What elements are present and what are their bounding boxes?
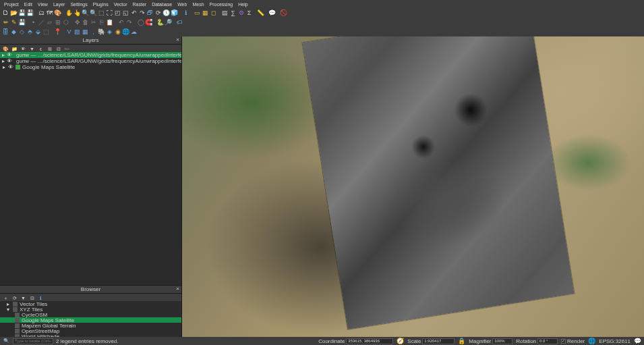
deselect-icon[interactable]: ◻ (210, 9, 217, 17)
crs-icon[interactable]: 🌐 (588, 338, 595, 345)
save-as-icon[interactable]: 💾 (26, 9, 34, 17)
locator-icon[interactable]: 🔍 (3, 338, 10, 345)
enable-snapping-icon[interactable]: 🧲 (145, 19, 152, 26)
visibility-icon[interactable]: 👁 (7, 58, 12, 64)
menu-processing[interactable]: Processing (210, 2, 233, 7)
new-shapefile-icon[interactable]: ◇ (18, 28, 26, 36)
undo-icon[interactable]: ↶ (117, 19, 125, 26)
menu-plugins[interactable]: Plugins (93, 2, 109, 7)
vertex-tool-icon[interactable]: ⬡ (62, 19, 69, 26)
collapse-icon[interactable]: × (176, 36, 179, 43)
zoom-full-icon[interactable]: ⛶ (106, 9, 113, 17)
field-calc-icon[interactable]: ∑ (229, 9, 237, 17)
zoom-last-icon[interactable]: ↶ (130, 9, 138, 17)
copy-icon[interactable]: ⎘ (98, 19, 105, 26)
menu-vector[interactable]: Vector (114, 2, 127, 7)
plugin-metasearch-icon[interactable]: 🔎 (165, 19, 172, 26)
new-gpx-icon[interactable]: 📍 (54, 28, 61, 36)
rotation-input[interactable] (537, 338, 558, 344)
locator-input[interactable] (13, 338, 53, 344)
layer-row[interactable]: ▸ 👁 gunw — …/science/LSAR/GUNW/grids/fre… (0, 52, 181, 58)
render-checkbox[interactable] (561, 339, 566, 344)
new-virtual-icon[interactable]: ⬚ (42, 28, 50, 36)
open-project-icon[interactable]: 📂 (10, 9, 18, 17)
menu-settings[interactable]: Settings (70, 2, 87, 7)
pan-icon[interactable]: ✋ (65, 9, 73, 17)
plugin-python-icon[interactable]: 🐍 (156, 19, 164, 26)
no-action-icon[interactable]: 🚫 (280, 9, 287, 17)
magnifier-input[interactable] (492, 338, 513, 344)
menu-help[interactable]: Help (238, 2, 247, 7)
expand-icon[interactable]: ▸ (2, 58, 5, 64)
temporal-icon[interactable]: 🕓 (163, 9, 170, 17)
stats-icon[interactable]: Σ (245, 9, 253, 17)
menu-raster[interactable]: Raster (133, 2, 147, 7)
pan-selection-icon[interactable]: 👆 (74, 9, 81, 17)
lock-scale-icon[interactable]: 🔒 (458, 338, 465, 345)
add-postgis-icon[interactable]: 🐘 (98, 28, 105, 36)
scale-input[interactable] (422, 338, 455, 344)
menu-project[interactable]: Project (4, 2, 19, 7)
menu-database[interactable]: Database (152, 2, 172, 7)
new-memory-icon[interactable]: ⬙ (34, 28, 42, 36)
layers-list[interactable]: ▸ 👁 gunw — …/science/LSAR/GUNW/grids/fre… (0, 52, 181, 285)
add-vector-icon[interactable]: V (65, 28, 73, 36)
expand-icon[interactable]: ▸ (2, 52, 5, 58)
menu-edit[interactable]: Edit (24, 2, 32, 7)
zoom-next-icon[interactable]: ↷ (138, 9, 146, 17)
layer-row[interactable]: ▸ 👁 gunw — …/science/LSAR/GUNW/grids/fre… (0, 58, 181, 64)
zoom-in-icon[interactable]: 🔍 (82, 9, 89, 17)
new-project-icon[interactable]: 🗋 (2, 9, 9, 17)
menu-layer[interactable]: Layer (53, 2, 65, 7)
refresh-icon[interactable]: ⟳ (154, 9, 162, 17)
add-wcs-icon[interactable]: ☁ (130, 28, 138, 36)
messages-icon[interactable]: 💬 (634, 338, 641, 345)
add-line-icon[interactable]: ／ (38, 19, 45, 26)
layer-row[interactable]: ▸ 👁 Google Maps Satellite (0, 64, 181, 70)
add-point-icon[interactable]: • (30, 19, 37, 26)
map-tips-icon[interactable]: 💬 (268, 9, 276, 17)
cut-icon[interactable]: ✂ (90, 19, 97, 26)
zoom-layer-icon[interactable]: ◱ (122, 9, 129, 17)
expand-icon[interactable]: ▾ (7, 307, 11, 313)
collapse-icon[interactable]: × (176, 286, 179, 292)
map-canvas[interactable] (182, 36, 644, 337)
layout-manager-icon[interactable]: 🗂 (38, 9, 45, 17)
measure-icon[interactable]: 📏 (257, 9, 264, 17)
add-raster-icon[interactable]: ▨ (74, 28, 81, 36)
delete-icon[interactable]: 🗑 (82, 19, 89, 26)
browser-list[interactable]: ▸Vector Tiles ▾XYZ Tiles CycleOSM Google… (0, 301, 181, 337)
select-icon[interactable]: ▭ (194, 9, 201, 17)
digitize-shape-icon[interactable]: ◯ (137, 19, 144, 26)
edits-icon[interactable]: ✏ (2, 19, 9, 26)
new-3d-icon[interactable]: 🧊 (171, 9, 178, 17)
zoom-native-icon[interactable]: ⬚ (98, 9, 105, 17)
coordinate-input[interactable] (346, 338, 393, 344)
zoom-selection-icon[interactable]: ◰ (114, 9, 121, 17)
style-manager-icon[interactable]: 🎨 (54, 9, 61, 17)
save-icon[interactable]: 💾 (18, 9, 26, 17)
new-geopackage-icon[interactable]: ◆ (10, 28, 18, 36)
show-layout-icon[interactable]: 🗺 (46, 9, 53, 17)
open-table-icon[interactable]: ▤ (221, 9, 229, 17)
add-mesh-icon[interactable]: ▦ (82, 28, 89, 36)
identify-icon[interactable]: ℹ (182, 9, 189, 17)
add-polygon-icon[interactable]: ▱ (46, 19, 53, 26)
menu-mesh[interactable]: Mesh (192, 2, 204, 7)
toolbox-icon[interactable]: ⚙ (237, 9, 245, 17)
redo-icon[interactable]: ↷ (125, 19, 133, 26)
add-mssql-icon[interactable]: ◉ (114, 28, 121, 36)
expand-icon[interactable]: ▸ (2, 64, 6, 70)
add-csv-icon[interactable]: , (90, 28, 97, 36)
save-edits-icon[interactable]: 💾 (18, 19, 26, 26)
paste-icon[interactable]: 📋 (106, 19, 113, 26)
new-map-view-icon[interactable]: 🗗 (146, 9, 154, 17)
add-record-icon[interactable]: ⊞ (54, 19, 61, 26)
menu-web[interactable]: Web (177, 2, 187, 7)
add-wms-icon[interactable]: 🌐 (122, 28, 129, 36)
new-spatialite-icon[interactable]: ⬘ (26, 28, 34, 36)
select-value-icon[interactable]: ▦ (202, 9, 209, 17)
extents-icon[interactable]: 🧭 (397, 338, 404, 345)
visibility-icon[interactable]: 👁 (7, 52, 12, 58)
add-spatialite-icon[interactable]: ◈ (106, 28, 113, 36)
